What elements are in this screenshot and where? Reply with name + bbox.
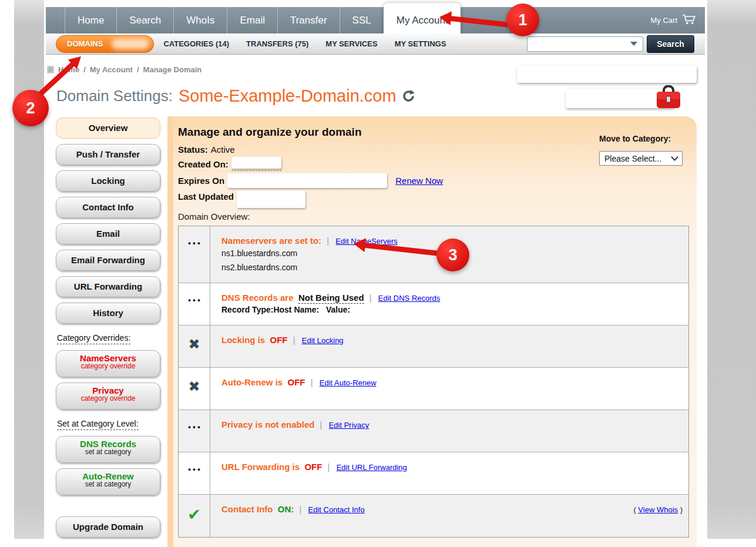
row-title-segment: Contact Info <box>221 504 275 514</box>
subnav-tab-label: TRANSFERS (75) <box>246 39 308 48</box>
row-title-segment: Not Being Used <box>298 293 364 304</box>
edit-link[interactable]: Edit URL Forwarding <box>337 463 407 472</box>
toolbox-icon[interactable] <box>655 85 682 112</box>
table-row: DNS Records are Not Being Used | Edit DN… <box>179 283 688 325</box>
separator: | <box>300 504 302 514</box>
move-to-category: Move to Category: Please Select... <box>599 134 683 166</box>
separator: | <box>327 236 329 246</box>
row-title-segment: ON: <box>278 504 294 514</box>
updated-line: Last Updated <box>178 190 685 202</box>
row-title: Contact Info ON: | Edit Contact Info <box>221 504 365 514</box>
selected-option: Please Select... <box>604 154 661 163</box>
subnav-tabs: DOMAINS CATEGORIES (14) TRANSFERS (75) M… <box>56 35 463 53</box>
top-nav-tab[interactable]: My Account <box>384 3 461 33</box>
separator: | <box>369 293 372 303</box>
check-icon <box>179 495 210 537</box>
category-override-button[interactable]: Privacy category override <box>56 382 160 410</box>
subnav-tab[interactable]: MY SERVICES <box>325 39 377 48</box>
table-row: Contact Info ON: | Edit Contact Info <box>179 495 688 537</box>
page-title-prefix: Domain Settings: <box>56 87 173 105</box>
dots-icon <box>179 226 210 283</box>
dropdown-triangle-icon <box>630 42 637 46</box>
subnav-tab-label: CATEGORIES (14) <box>163 39 229 48</box>
edit-link[interactable]: Edit DNS Records <box>378 294 440 303</box>
row-right-area <box>683 368 688 410</box>
separator: | <box>293 335 295 345</box>
domain-overview-table: Nameservers are set to: | Edit NameServe… <box>178 226 689 538</box>
sidebar-tab[interactable]: URL Forwarding <box>56 276 160 297</box>
refresh-icon[interactable] <box>402 89 415 103</box>
domain-overview-label: Domain Overview: <box>178 212 685 222</box>
breadcrumb-item[interactable]: My Account / <box>90 65 139 74</box>
sidebar-tab[interactable]: Contact Info <box>56 197 160 218</box>
sidebar-tab[interactable]: Overview <box>56 118 160 139</box>
row-title: Nameservers are set to: | Edit NameServe… <box>221 236 398 246</box>
renew-now-link[interactable]: Renew Now <box>395 176 443 186</box>
top-nav-tab[interactable]: Email <box>227 7 277 33</box>
row-title-segment: DNS Records are <box>221 293 296 303</box>
edit-link[interactable]: Edit Privacy <box>329 421 369 429</box>
category-level-button[interactable]: DNS Records set at category <box>56 436 160 463</box>
row-right-area <box>683 325 688 367</box>
subnav-tab[interactable]: TRANSFERS (75) <box>246 39 308 48</box>
category-button-subtitle: set at category <box>56 448 160 456</box>
upgrade-domain-button[interactable]: Upgrade Domain <box>56 516 160 538</box>
category-level-button[interactable]: Auto-Renew set at category <box>56 468 160 495</box>
dots-icon <box>179 283 210 325</box>
search-button[interactable]: Search <box>647 35 694 53</box>
table-row: Privacy is not enabled | Edit Privacy <box>179 410 688 452</box>
expires-label: Expires On <box>178 176 224 186</box>
view-whois-link[interactable]: View Whois <box>638 505 678 514</box>
sidebar-tab[interactable]: Email <box>56 223 160 244</box>
row-right-area <box>683 283 688 325</box>
sidebar-tab[interactable]: Locking <box>56 170 160 192</box>
sidebar-tab[interactable]: Push / Transfer <box>56 144 160 165</box>
redacted-created-date <box>231 157 281 169</box>
breadcrumb-item[interactable]: Manage Domain / <box>143 65 202 74</box>
domain-search-select[interactable] <box>527 36 643 52</box>
edit-link[interactable]: Edit Contact Info <box>308 505 365 514</box>
subnav-tab-label: MY SERVICES <box>325 39 377 48</box>
row-right-area <box>683 452 688 494</box>
status-value: Active <box>211 145 235 155</box>
edit-link[interactable]: Edit Locking <box>302 336 344 345</box>
window-edge-left <box>14 0 45 539</box>
row-title-segment: URL Forwarding is <box>221 462 302 472</box>
category-override-button[interactable]: NameServers category override <box>56 350 160 377</box>
nameserver-value: ns2.bluestardns.com <box>221 261 398 274</box>
edit-link[interactable]: Edit Auto-Renew <box>320 378 377 387</box>
edit-link[interactable]: Edit NameServers <box>335 237 397 246</box>
sidebar-tab[interactable]: Email Forwarding <box>56 250 160 271</box>
created-label: Created On: <box>178 159 229 169</box>
window-edge-right <box>707 0 756 539</box>
my-cart-button[interactable]: My Cart <box>651 7 697 33</box>
override-button-subtitle: category override <box>56 394 160 402</box>
set-at-category-level-label: Set at Category Level: <box>57 419 139 430</box>
top-nav-tab[interactable]: SSL <box>340 7 384 33</box>
subnav-tab[interactable]: CATEGORIES (14) <box>163 39 229 48</box>
move-to-category-select[interactable]: Please Select... <box>599 151 683 166</box>
separator: | <box>328 462 330 472</box>
dots-icon <box>179 410 210 452</box>
row-title-segment: OFF <box>304 462 322 472</box>
row-title: URL Forwarding is OFF | Edit URL Forward… <box>221 462 407 472</box>
move-to-category-label: Move to Category: <box>599 134 683 143</box>
redacted-value-box <box>517 66 697 83</box>
subnav-tab[interactable]: MY SETTINGS <box>395 39 446 48</box>
table-row: Locking is OFF | Edit Locking <box>179 325 688 368</box>
cross-icon <box>179 368 210 410</box>
top-navigation: Home Search WhoIs Email Transfer SSL M <box>46 7 705 33</box>
top-nav-tab[interactable]: Transfer <box>277 7 340 33</box>
top-nav-tab[interactable]: Home <box>65 7 116 33</box>
breadcrumb-item[interactable]: Home / <box>58 65 86 74</box>
top-nav-tab[interactable]: WhoIs <box>173 7 227 33</box>
breadcrumb-home-icon <box>47 66 54 73</box>
row-title: Auto-Renew is OFF | Edit Auto-Renew <box>221 377 377 387</box>
top-nav-tab[interactable]: Search <box>116 7 173 33</box>
row-right-area <box>683 226 688 283</box>
expires-line: Expires On Renew Now <box>178 173 685 188</box>
subnav-tab-label: MY SETTINGS <box>395 39 446 48</box>
sidebar-tab[interactable]: History <box>56 303 160 324</box>
subnav-tab[interactable]: DOMAINS <box>56 35 154 53</box>
chevron-down-icon <box>671 153 678 161</box>
